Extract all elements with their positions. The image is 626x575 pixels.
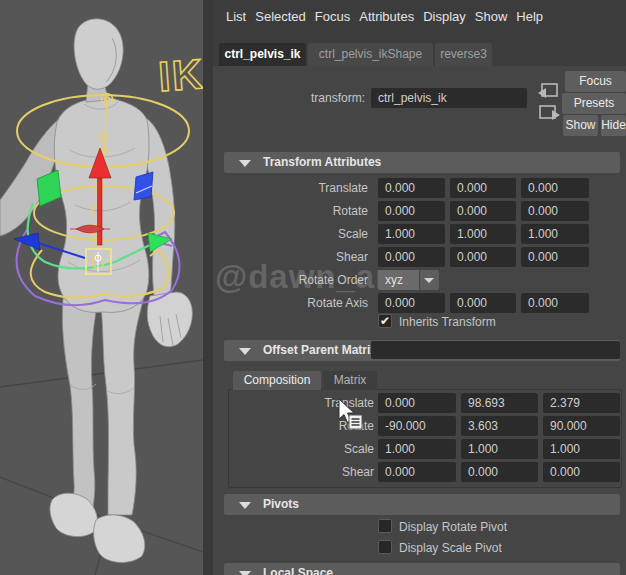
show-button[interactable]: Show: [563, 115, 598, 136]
rotate-order-select[interactable]: xyz: [378, 270, 419, 290]
opm-scale-label: Scale: [213, 439, 374, 459]
collapse-arrow-icon: [239, 502, 251, 509]
section-title: Transform Attributes: [263, 152, 381, 173]
opm-rotate-x-input[interactable]: -90.000: [378, 416, 456, 436]
transform-label: transform:: [213, 88, 365, 108]
menu-display[interactable]: Display: [423, 9, 466, 24]
3d-viewport[interactable]: 0: [0, 0, 203, 575]
collapse-arrow-icon: [239, 160, 251, 167]
display-scale-pivot-label: Display Scale Pivot: [399, 540, 502, 556]
menu-list[interactable]: List: [226, 9, 246, 24]
opm-shear-x-input[interactable]: 0.000: [378, 462, 456, 482]
presets-button[interactable]: Presets: [562, 93, 626, 114]
translate-z-input[interactable]: 0.000: [521, 178, 589, 198]
translate-label: Translate: [213, 178, 368, 198]
display-rotate-pivot-checkbox[interactable]: [378, 519, 392, 533]
opm-scale-z-input[interactable]: 1.000: [543, 439, 620, 459]
opm-rotate-y-input[interactable]: 3.603: [461, 416, 538, 436]
translate-y-input[interactable]: 0.000: [450, 178, 516, 198]
attribute-editor-header: List Selected Focus Attributes Display S…: [213, 0, 626, 66]
transform-name-input[interactable]: ctrl_pelvis_ik: [371, 88, 527, 108]
scale-label: Scale: [213, 224, 368, 244]
ik-viewport-label: IK: [157, 50, 203, 100]
tab-composition[interactable]: Composition: [233, 371, 321, 390]
opm-shear-z-input[interactable]: 0.000: [543, 462, 620, 482]
inherits-transform-label: Inherits Transform: [399, 314, 496, 330]
section-title: Local Space: [263, 563, 333, 575]
scale-y-input[interactable]: 1.000: [450, 224, 516, 244]
opm-translate-y-input[interactable]: 98.693: [461, 393, 538, 413]
opm-translate-z-input[interactable]: 2.379: [543, 393, 620, 413]
rotate-x-input[interactable]: 0.000: [378, 201, 445, 221]
scale-z-input[interactable]: 1.000: [521, 224, 589, 244]
section-local-space[interactable]: Local Space: [224, 563, 620, 575]
maya-window: 0: [0, 0, 626, 575]
opm-scale-y-input[interactable]: 1.000: [461, 439, 538, 459]
menu-help[interactable]: Help: [516, 9, 543, 24]
opm-translate-label: Translate: [213, 393, 374, 413]
hide-button[interactable]: Hide: [601, 115, 626, 136]
rotate-axis-label: Rotate Axis: [213, 293, 368, 313]
menu-focus[interactable]: Focus: [315, 9, 350, 24]
menubar: List Selected Focus Attributes Display S…: [213, 0, 626, 24]
menu-selected[interactable]: Selected: [255, 9, 306, 24]
opm-rotate-label: Rotate: [213, 416, 374, 436]
collapse-arrow-icon: [239, 348, 251, 355]
opm-rotate-z-input[interactable]: 90.000: [543, 416, 620, 436]
rotate-axis-y-input[interactable]: 0.000: [450, 293, 516, 313]
viewport-panel-divider: [203, 0, 213, 575]
load-attributes-icon[interactable]: [538, 82, 560, 100]
tab-reverse3[interactable]: reverse3: [435, 43, 492, 66]
collapse-arrow-icon: [239, 571, 251, 575]
rotate-axis-z-input[interactable]: 0.000: [521, 293, 589, 313]
rotate-label: Rotate: [213, 201, 368, 221]
copy-tab-icon[interactable]: [538, 104, 560, 122]
shear-x-input[interactable]: 0.000: [378, 247, 445, 267]
inherits-transform-checkbox[interactable]: [378, 314, 392, 328]
offset-parent-matrix-input[interactable]: [371, 341, 620, 359]
shear-y-input[interactable]: 0.000: [450, 247, 516, 267]
menu-attributes[interactable]: Attributes: [359, 9, 414, 24]
attribute-editor-panel: List Selected Focus Attributes Display S…: [213, 0, 626, 575]
display-rotate-pivot-label: Display Rotate Pivot: [399, 519, 507, 535]
tab-matrix[interactable]: Matrix: [323, 371, 377, 390]
section-title: Offset Parent Matrix: [263, 340, 377, 361]
rotate-z-input[interactable]: 0.000: [521, 201, 589, 221]
rotate-y-input[interactable]: 0.000: [450, 201, 516, 221]
rotate-axis-x-input[interactable]: 0.000: [378, 293, 445, 313]
tab-ctrl-pelvis-ik[interactable]: ctrl_pelvis_ik: [219, 43, 306, 66]
shear-label: Shear: [213, 247, 368, 267]
section-pivots[interactable]: Pivots: [224, 494, 620, 515]
shear-z-input[interactable]: 0.000: [521, 247, 589, 267]
opm-scale-x-input[interactable]: 1.000: [378, 439, 456, 459]
viewport-scene: 0: [0, 0, 203, 575]
opm-shear-y-input[interactable]: 0.000: [461, 462, 538, 482]
rotate-order-dropdown-arrow-icon[interactable]: [420, 270, 439, 290]
opm-shear-label: Shear: [213, 462, 374, 482]
focus-button[interactable]: Focus: [565, 71, 626, 92]
translate-x-input[interactable]: 0.000: [378, 178, 445, 198]
section-transform-attributes[interactable]: Transform Attributes: [224, 152, 620, 173]
scale-x-input[interactable]: 1.000: [378, 224, 445, 244]
tab-ctrl-pelvis-ikshape[interactable]: ctrl_pelvis_ikShape: [308, 43, 433, 66]
rotate-order-label: Rotate Order: [213, 270, 368, 290]
section-title: Pivots: [263, 494, 299, 515]
opm-translate-x-input[interactable]: 0.000: [378, 393, 456, 413]
display-scale-pivot-checkbox[interactable]: [378, 540, 392, 554]
menu-show[interactable]: Show: [475, 9, 508, 24]
